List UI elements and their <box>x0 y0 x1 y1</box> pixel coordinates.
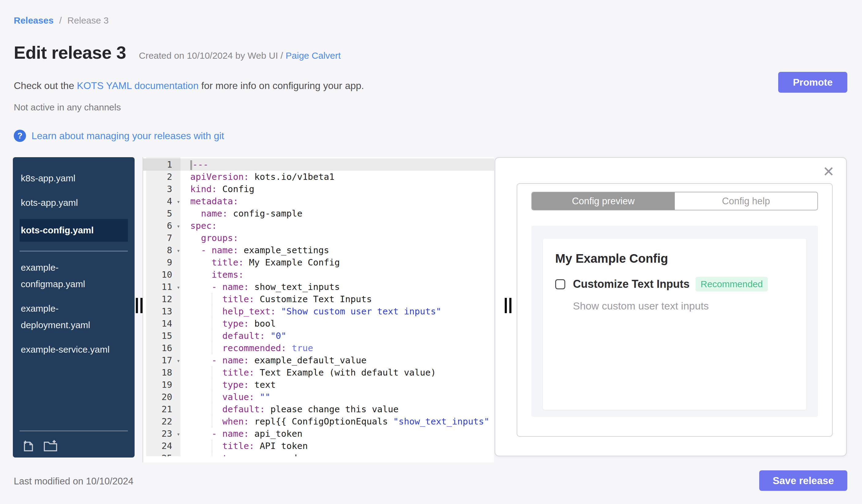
editor-viewport: 1---2apiVersion: kots.io/v1beta13kind: C… <box>143 157 494 456</box>
line-number: 11 <box>146 281 181 293</box>
line-number: 12 <box>146 293 181 305</box>
file-tree-item-k8s-app-yaml[interactable]: k8s-app.yaml <box>13 170 134 187</box>
breadcrumb-releases-link[interactable]: Releases <box>14 15 53 25</box>
add-file-icon[interactable] <box>22 439 36 453</box>
doc-line: Check out the KOTS YAML documentation fo… <box>14 80 364 91</box>
line-number-cell: 4▾ <box>143 195 181 207</box>
fold-icon[interactable]: ▾ <box>177 220 180 232</box>
editor-line: 15 default: "0" <box>143 330 494 342</box>
line-number-cell: 23▾ <box>143 427 181 440</box>
line-number: 13 <box>146 305 181 317</box>
code-line: name: config-sample <box>181 207 494 220</box>
line-number: 25 <box>146 452 181 456</box>
line-number-cell: 25 <box>143 452 181 456</box>
customize-text-inputs-checkbox[interactable] <box>555 279 565 289</box>
last-modified-text: Last modified on 10/10/2024 <box>14 476 133 487</box>
line-number: 15 <box>146 330 181 342</box>
recommended-badge: Recommended <box>696 277 768 291</box>
line-number-cell: 22 <box>143 415 181 427</box>
line-number-cell: 11▾ <box>143 281 181 293</box>
editor-line: 22 when: repl{{ ConfigOptionEquals "show… <box>143 415 494 427</box>
editor-line: 11▾ - name: show_text_inputs <box>143 281 494 293</box>
code-line: - name: example_default_value <box>181 354 494 367</box>
breadcrumb: Releases / Release 3 <box>14 15 108 26</box>
fold-icon[interactable]: ▾ <box>177 355 180 367</box>
code-line: default: "0" <box>181 330 494 342</box>
created-by-user-link[interactable]: Paige Calvert <box>286 51 341 61</box>
file-tree-sidebar: k8s-app.yamlkots-app.yamlkots-config.yam… <box>13 157 134 457</box>
line-number-cell: 19 <box>143 379 181 391</box>
help-question-icon[interactable]: ? <box>14 130 26 142</box>
config-group-title: My Example Config <box>555 252 794 265</box>
code-line: - name: example_settings <box>181 244 494 256</box>
line-number: 3 <box>146 183 181 195</box>
line-number: 19 <box>146 379 181 391</box>
editor-line: 18 title: Text Example (with default val… <box>143 367 494 379</box>
line-number-cell: 17▾ <box>143 354 181 367</box>
config-item-help-text: Show custom user text inputs <box>573 300 794 312</box>
code-line: --- <box>181 158 494 171</box>
editor-line: 24 title: API token <box>143 440 494 452</box>
line-number: 17 <box>146 354 181 367</box>
save-release-button[interactable]: Save release <box>759 470 847 491</box>
code-line: groups: <box>181 232 494 244</box>
code-line: kind: Config <box>181 183 494 195</box>
fold-icon[interactable]: ▾ <box>177 281 180 293</box>
code-line: metadata: <box>181 195 494 207</box>
code-line: value: "" <box>181 391 494 403</box>
fold-icon[interactable]: ▾ <box>177 244 180 256</box>
channel-status: Not active in any channels <box>14 102 121 112</box>
line-number: 20 <box>146 391 181 403</box>
file-tree-item-kots-config-yaml[interactable]: kots-config.yaml <box>19 219 128 242</box>
code-line: recommended: true <box>181 342 494 354</box>
file-name: kots-app.yaml <box>21 195 78 211</box>
line-number: 1 <box>146 158 181 171</box>
file-tree-item-example-configmap-yaml[interactable]: example-configmap.yaml <box>13 259 134 292</box>
kots-yaml-documentation-link[interactable]: KOTS YAML documentation <box>77 80 198 91</box>
line-number: 22 <box>146 415 181 427</box>
file-tree-item-example-deployment-yaml[interactable]: example-deployment.yaml <box>13 300 134 333</box>
file-tree-group-1: k8s-app.yamlkots-app.yamlkots-config.yam… <box>13 170 134 242</box>
line-number-cell: 6▾ <box>143 220 181 232</box>
editor-line: 16 recommended: true <box>143 342 494 354</box>
code-line: spec: <box>181 220 494 232</box>
editor-line: 12 title: Customize Text Inputs <box>143 293 494 305</box>
fold-icon[interactable]: ▾ <box>177 428 180 440</box>
file-tree-item-example-service-yaml[interactable]: example-service.yaml <box>13 341 134 358</box>
git-releases-link[interactable]: Learn about managing your releases with … <box>31 130 224 142</box>
line-number-cell: 21 <box>143 403 181 415</box>
sidebar-resize-handle[interactable] <box>135 298 143 313</box>
file-tree-actions <box>13 439 134 457</box>
tab-config-preview[interactable]: Config preview <box>532 193 675 210</box>
file-name: k8s-app.yaml <box>21 170 75 187</box>
editor-hscrollbar[interactable] <box>143 456 494 462</box>
promote-button[interactable]: Promote <box>778 72 847 93</box>
code-line: items: <box>181 268 494 281</box>
line-number: 24 <box>146 440 181 452</box>
file-name: kots-config.yaml <box>21 222 94 239</box>
code-line: type: text <box>181 379 494 391</box>
code-line: title: Text Example (with default value) <box>181 367 494 379</box>
config-item-row: Customize Text Inputs Recommended <box>555 277 794 291</box>
line-number: 23 <box>146 427 181 440</box>
code-line: type: password <box>181 452 494 456</box>
breadcrumb-separator: / <box>59 15 62 25</box>
close-icon[interactable]: ✕ <box>823 164 835 178</box>
file-tree-group-2: example-configmap.yamlexample-deployment… <box>13 259 134 358</box>
fold-icon[interactable]: ▾ <box>177 196 180 208</box>
file-tree-item-kots-app-yaml[interactable]: kots-app.yaml <box>13 195 134 211</box>
preview-resize-handle[interactable] <box>504 298 512 313</box>
line-number-cell: 20 <box>143 391 181 403</box>
doc-line-suffix: for more info on configuring your app. <box>198 80 364 91</box>
editor-line: 21 default: please change this value <box>143 403 494 415</box>
tab-config-help[interactable]: Config help <box>675 193 818 210</box>
preview-body: My Example Config Customize Text Inputs … <box>531 226 818 417</box>
editor-line: 19 type: text <box>143 379 494 391</box>
code-editor[interactable]: 1---2apiVersion: kots.io/v1beta13kind: C… <box>143 157 494 462</box>
code-line: - name: api_token <box>181 427 494 440</box>
editor-line: 4▾metadata: <box>143 195 494 207</box>
add-folder-icon[interactable] <box>43 439 58 453</box>
line-number: 7 <box>146 232 181 244</box>
line-number-cell: 5 <box>143 207 181 220</box>
file-tree-footer-divider <box>19 430 128 431</box>
